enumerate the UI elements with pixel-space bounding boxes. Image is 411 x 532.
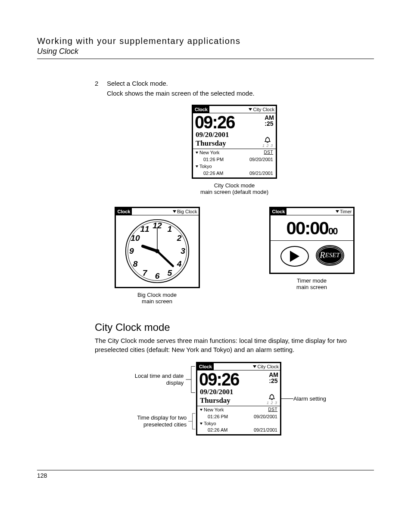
- step-instruction: Select a Clock mode.: [107, 80, 374, 87]
- bracket-icon: [187, 409, 196, 433]
- time-row: 09:26 AM :25: [197, 370, 280, 389]
- chevron-down-icon: [196, 152, 198, 154]
- city2-selector[interactable]: Tokyo: [200, 421, 216, 427]
- city2-name: Tokyo: [199, 164, 212, 170]
- play-icon: [290, 251, 299, 262]
- running-head: Working with your supplementary applicat…: [37, 36, 374, 56]
- timer-device: Clock Timer 00:0000 R: [269, 207, 355, 274]
- city1-date: 09/20/2001: [249, 157, 273, 162]
- mode-label: City Clock: [257, 364, 279, 369]
- city1-date: 09/20/2001: [254, 414, 277, 419]
- city2-selector[interactable]: Tokyo: [196, 164, 212, 170]
- svg-text:11: 11: [140, 224, 149, 233]
- time-row: 09:26 AM :25: [193, 113, 276, 131]
- section-para: The City Clock mode serves three main fu…: [95, 336, 374, 354]
- titlebar: Clock Big Clock: [116, 208, 199, 215]
- silk-nums: 1 2 3: [267, 401, 277, 405]
- city-row-2: Tokyo: [197, 420, 280, 428]
- alarm-area[interactable]: 1 2 3: [262, 137, 273, 148]
- caption-big-2: main screen: [137, 298, 177, 305]
- timer-sub: 00: [328, 226, 337, 237]
- ampm-seconds: AM :25: [269, 372, 278, 384]
- city2-detail: 02:26 AM 09/21/2001: [193, 171, 276, 177]
- mode-selector[interactable]: City Clock: [249, 107, 276, 112]
- figure-city-clock: Clock City Clock 09:26 AM :25 09/20/20: [95, 105, 374, 196]
- city-clock-device-annotated: Clock City Clock 09:26 AM :25 09/20/20: [196, 362, 281, 436]
- titlebar: Clock Timer: [271, 208, 353, 215]
- city1-name: New York: [204, 407, 224, 413]
- city-row-1: New York DST: [197, 406, 280, 414]
- reset-button[interactable]: RESET: [317, 246, 343, 265]
- play-button[interactable]: [280, 246, 309, 267]
- city1-selector[interactable]: New York: [196, 150, 219, 156]
- annotations-left: Local time and date display Time display…: [123, 364, 196, 433]
- mode-label: Big Clock: [177, 209, 197, 214]
- city2-detail: 02:26 AM 09/21/2001: [197, 427, 280, 434]
- timer-main: 00:00: [286, 218, 328, 239]
- caption-city-1: City Clock mode: [200, 182, 268, 189]
- app-label: Clock: [116, 208, 132, 215]
- svg-text:7: 7: [142, 268, 147, 277]
- svg-text:5: 5: [167, 268, 172, 277]
- svg-text:9: 9: [129, 246, 134, 255]
- annotated-figure: Local time and date display Time display…: [78, 362, 391, 436]
- timer-readout: 00:0000: [271, 215, 353, 240]
- header-title: Working with your supplementary applicat…: [37, 36, 374, 46]
- step-number: 2: [95, 80, 107, 87]
- mode-selector[interactable]: City Clock: [253, 364, 280, 369]
- city1-selector[interactable]: New York: [200, 407, 224, 413]
- svg-text:2: 2: [176, 233, 181, 243]
- figures-row: Clock Big Clock 12 1: [95, 207, 374, 305]
- city1-dst[interactable]: DST: [268, 407, 278, 413]
- page-number: 128: [37, 470, 374, 479]
- header-subtitle: Using Clock: [37, 47, 374, 56]
- bell-icon: [264, 137, 271, 143]
- city1-name: New York: [199, 150, 219, 156]
- city2-time: 02:26 AM: [203, 171, 223, 176]
- svg-text:10: 10: [131, 233, 140, 243]
- bell-icon: [268, 394, 276, 401]
- annotations-right: Alarm setting: [281, 395, 346, 402]
- day-line: Thursday: [196, 139, 229, 148]
- section-heading: City Clock mode: [95, 321, 374, 333]
- city-row-2: Tokyo: [193, 163, 276, 171]
- ampm-label: AM: [269, 372, 278, 378]
- chevron-down-icon: [336, 210, 339, 213]
- city1-time: 01:26 PM: [208, 414, 228, 419]
- city1-detail: 01:26 PM 09/20/2001: [193, 157, 276, 163]
- city1-time: 01:26 PM: [203, 157, 224, 162]
- alarm-area[interactable]: 1 2 3: [267, 394, 277, 405]
- city2-date: 09/21/2001: [249, 171, 273, 176]
- svg-text:8: 8: [133, 259, 137, 268]
- chevron-down-icon: [249, 108, 252, 111]
- svg-text:6: 6: [155, 271, 159, 280]
- silk-nums: 1 2 3: [262, 143, 273, 148]
- caption-timer-1: Timer mode: [296, 277, 327, 284]
- annot-local-time: Local time and date display: [123, 373, 184, 386]
- chevron-down-icon: [200, 409, 202, 411]
- reset-rest: ESET: [325, 252, 340, 259]
- svg-line-14: [143, 246, 157, 251]
- main-time: 09:26: [195, 113, 235, 131]
- mode-selector[interactable]: Big Clock: [173, 209, 198, 214]
- caption-timer: Timer mode main screen: [296, 277, 327, 291]
- city1-detail: 01:26 PM 09/20/2001: [197, 414, 280, 420]
- city1-dst[interactable]: DST: [264, 150, 274, 156]
- big-clock-device: Clock Big Clock 12 1: [115, 207, 200, 288]
- ampm-label: AM: [265, 115, 274, 121]
- analog-clock-area: 12 1 2 3 4 5 6 7 8 9 10: [116, 215, 199, 287]
- reset-letter: R: [320, 250, 325, 260]
- caption-city-2: main screen (default mode): [200, 189, 268, 196]
- svg-text:4: 4: [176, 259, 181, 268]
- annot-two-cities: Time display for two preselected cities: [123, 414, 187, 428]
- mode-label: City Clock: [253, 107, 274, 112]
- step-row: 2 Select a Clock mode.: [95, 80, 374, 87]
- city2-time: 02:26 AM: [208, 427, 227, 432]
- mode-selector[interactable]: Timer: [336, 209, 353, 214]
- svg-text:1: 1: [167, 224, 172, 233]
- ampm-seconds: AM :25: [265, 115, 274, 127]
- step-result: Clock shows the main screen of the selec…: [107, 90, 374, 97]
- svg-line-15: [157, 251, 173, 266]
- leader-line: [281, 398, 293, 399]
- city-row-1: New York DST: [193, 149, 276, 157]
